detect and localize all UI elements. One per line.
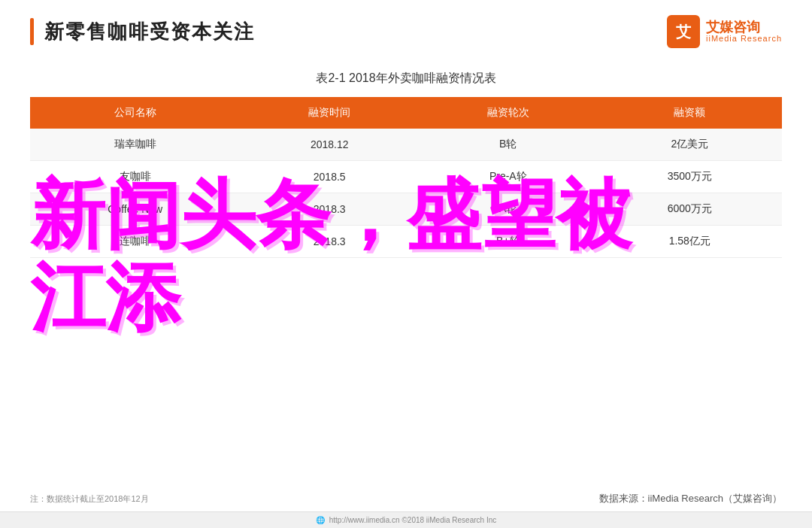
main-content: 新零售咖啡受资本关注 艾 艾媒咨询 iiMedia Research 表2-1 … [0, 0, 812, 528]
header: 新零售咖啡受资本关注 艾 艾媒咨询 iiMedia Research [30, 15, 782, 48]
table-row: Coffee Now 2018.3 A轮 6000万元 [30, 193, 782, 226]
col-header-date: 融资时间 [240, 97, 419, 129]
logo-text-top: 艾媒咨询 [706, 20, 782, 34]
footer: 注：数据统计截止至2018年12月 数据来源：iiMedia Research（… [0, 492, 812, 505]
row4-round: B+轮 [419, 226, 598, 258]
row2-name: 友咖啡 [30, 161, 240, 193]
row2-round: Pre-A轮 [419, 161, 598, 193]
row4-date: 2018.3 [240, 226, 419, 258]
logo-text-bottom: iiMedia Research [706, 34, 782, 43]
table-head: 公司名称 融资时间 融资轮次 融资额 [30, 97, 782, 129]
row4-name: 连咖啡 [30, 226, 240, 258]
table-body: 瑞幸咖啡 2018.12 B轮 2亿美元 友咖啡 2018.5 Pre-A轮 3… [30, 129, 782, 258]
data-table: 公司名称 融资时间 融资轮次 融资额 瑞幸咖啡 2018.12 B轮 2亿美元 … [30, 97, 782, 258]
row3-name: Coffee Now [30, 193, 240, 226]
row1-date: 2018.12 [240, 129, 419, 161]
table-header-row: 公司名称 融资时间 融资轮次 融资额 [30, 97, 782, 129]
bottom-bar: 🌐 http://www.iimedia.cn ©2018 iiMedia Re… [0, 511, 812, 528]
logo-icon-char: 艾 [676, 22, 691, 42]
table-row: 连咖啡 2018.3 B+轮 1.58亿元 [30, 226, 782, 258]
row3-round: A轮 [419, 193, 598, 226]
globe-icon: 🌐 [316, 516, 325, 524]
row1-amount: 2亿美元 [598, 129, 782, 161]
footer-note: 注：数据统计截止至2018年12月 [30, 493, 149, 505]
table-row: 瑞幸咖啡 2018.12 B轮 2亿美元 [30, 129, 782, 161]
row1-round: B轮 [419, 129, 598, 161]
row4-amount: 1.58亿元 [598, 226, 782, 258]
logo-text: 艾媒咨询 iiMedia Research [706, 20, 782, 43]
footer-source: 数据来源：iiMedia Research（艾媒咨询） [599, 492, 782, 505]
col-header-name: 公司名称 [30, 97, 240, 129]
bottom-bar-text: http://www.iimedia.cn ©2018 iiMedia Rese… [329, 516, 496, 524]
row3-amount: 6000万元 [598, 193, 782, 226]
title-section: 新零售咖啡受资本关注 [30, 18, 255, 45]
row2-date: 2018.5 [240, 161, 419, 193]
table-row: 友咖啡 2018.5 Pre-A轮 3500万元 [30, 161, 782, 193]
row2-amount: 3500万元 [598, 161, 782, 193]
logo-section: 艾 艾媒咨询 iiMedia Research [667, 15, 782, 48]
page-title: 新零售咖啡受资本关注 [44, 19, 255, 45]
logo-icon: 艾 [667, 15, 700, 48]
table-section: 表2-1 2018年外卖咖啡融资情况表 公司名称 融资时间 融资轮次 融资额 瑞… [30, 71, 782, 258]
table-title: 表2-1 2018年外卖咖啡融资情况表 [30, 71, 782, 86]
watermark-line2: 江添 [0, 256, 812, 338]
title-bar [30, 18, 34, 45]
row1-name: 瑞幸咖啡 [30, 129, 240, 161]
col-header-round: 融资轮次 [419, 97, 598, 129]
row3-date: 2018.3 [240, 193, 419, 226]
col-header-amount: 融资额 [598, 97, 782, 129]
